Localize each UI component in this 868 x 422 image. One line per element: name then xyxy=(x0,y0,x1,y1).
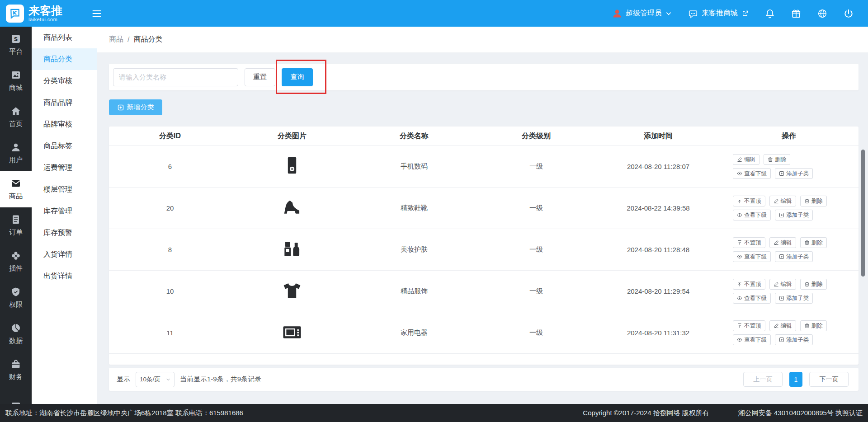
add-child-button[interactable]: 添加子类 xyxy=(775,168,813,179)
user-role-label: 超级管理员 xyxy=(626,9,662,18)
pagination-summary: 当前显示1-9条，共9条记录 xyxy=(180,375,261,384)
sidebar-item-home[interactable]: 首页 xyxy=(0,99,32,135)
sidebar-item-finance[interactable]: 财务 xyxy=(0,352,32,388)
sidebar-item-platform[interactable]: 平台 xyxy=(0,27,32,63)
view-children-button[interactable]: 查看下级 xyxy=(733,251,771,262)
add-child-button[interactable]: 添加子类 xyxy=(775,210,813,220)
page-1-button[interactable]: 1 xyxy=(789,372,802,387)
page-size-select[interactable]: 10条/页 xyxy=(136,372,175,387)
edit-button[interactable]: 编辑 xyxy=(769,237,796,248)
order-icon xyxy=(10,214,21,225)
submenu-item-floor[interactable]: 楼层管理 xyxy=(32,178,97,200)
sidebar-item-plugin[interactable]: 插件 xyxy=(0,244,32,280)
view-children-button[interactable]: 查看下级 xyxy=(733,334,771,345)
submenu-item-freight[interactable]: 运费管理 xyxy=(32,157,97,178)
goods-icon xyxy=(10,178,21,189)
row-id: 8 xyxy=(109,246,231,253)
sidebar-item-order[interactable]: 订单 xyxy=(0,207,32,244)
unpin-button[interactable]: 不置顶 xyxy=(733,237,765,248)
plus-square-icon xyxy=(779,337,784,342)
plus-square-icon xyxy=(779,254,784,259)
delete-button[interactable]: 删除 xyxy=(800,196,827,206)
unpin-button[interactable]: 不置顶 xyxy=(733,279,765,290)
sidebar-item-permission[interactable]: 权限 xyxy=(0,280,32,316)
plus-square-icon xyxy=(779,295,784,301)
eye-icon xyxy=(737,295,742,301)
table-row: 10 精品服饰 一级 2024-08-20 11:29:54 不置顶 编辑 删除 xyxy=(109,271,859,312)
view-children-button[interactable]: 查看下级 xyxy=(733,210,771,220)
row-name: 家用电器 xyxy=(353,328,475,337)
trash-icon xyxy=(804,281,810,287)
submenu-item-inbound[interactable]: 入货详情 xyxy=(32,244,97,265)
breadcrumb-current: 商品分类 xyxy=(133,35,162,44)
high-heel-icon xyxy=(282,197,302,218)
mall-link-label: 来客推商城 xyxy=(702,9,738,18)
edit-button[interactable]: 编辑 xyxy=(769,279,796,290)
add-child-button[interactable]: 添加子类 xyxy=(775,251,813,262)
platform-icon xyxy=(10,33,21,44)
row-name: 美妆护肤 xyxy=(353,245,475,254)
gift-icon[interactable] xyxy=(791,9,801,19)
logo[interactable]: 来客推 laiketui.com xyxy=(0,5,86,23)
sidebar-item-more[interactable] xyxy=(0,388,32,404)
row-time: 2024-08-20 11:31:32 xyxy=(597,329,719,337)
power-icon[interactable] xyxy=(844,9,854,19)
delete-button[interactable]: 删除 xyxy=(800,320,827,331)
sidebar-item-data[interactable]: 数据 xyxy=(0,316,32,352)
view-children-button[interactable]: 查看下级 xyxy=(733,168,771,179)
submenu-item-outbound[interactable]: 出货详情 xyxy=(32,265,97,287)
prev-page-button[interactable]: 上一页 xyxy=(743,372,783,387)
sidebar-item-mall[interactable]: 商城 xyxy=(0,63,32,99)
edit-button[interactable]: 编辑 xyxy=(733,154,760,165)
filter-bar: 重置 查询 xyxy=(109,64,859,90)
notification-bell-icon[interactable] xyxy=(765,9,775,19)
search-button[interactable]: 查询 xyxy=(282,68,313,86)
table-row: 11 家用电器 一级 2024-08-20 11:31:32 不置顶 编辑 删除 xyxy=(109,312,859,354)
submenu-item-goods-brand[interactable]: 商品品牌 xyxy=(32,92,97,113)
collapse-menu-icon[interactable] xyxy=(91,8,102,19)
scrollbar-thumb[interactable] xyxy=(861,150,865,277)
pin-top-icon xyxy=(737,240,742,245)
edit-button[interactable]: 编辑 xyxy=(769,320,796,331)
footer-contact: 联系地址：湖南省长沙市岳麓区绿地中央广场6栋2018室 联系电话：6159816… xyxy=(5,409,243,417)
row-id: 6 xyxy=(109,163,231,170)
unpin-button[interactable]: 不置顶 xyxy=(733,320,765,331)
row-level: 一级 xyxy=(475,204,597,212)
mall-link[interactable]: 来客推商城 xyxy=(688,9,749,19)
unpin-button[interactable]: 不置顶 xyxy=(733,196,765,206)
pie-chart-icon xyxy=(10,323,21,333)
submenu-item-stock-warning[interactable]: 库存预警 xyxy=(32,222,97,244)
delete-button[interactable]: 删除 xyxy=(764,154,790,165)
submenu-item-goods-tag[interactable]: 商品标签 xyxy=(32,135,97,157)
sidebar-item-goods[interactable]: 商品 xyxy=(0,171,32,207)
reset-button[interactable]: 重置 xyxy=(245,68,275,86)
add-category-button[interactable]: 新增分类 xyxy=(109,99,162,115)
globe-icon[interactable] xyxy=(817,9,827,19)
eye-icon xyxy=(737,171,742,176)
category-table: 分类ID 分类图片 分类名称 分类级别 添加时间 操作 6 手机数码 一级 20… xyxy=(109,127,859,365)
edit-button[interactable]: 编辑 xyxy=(769,196,796,206)
trash-icon xyxy=(768,157,773,162)
row-level: 一级 xyxy=(475,162,597,171)
delete-button[interactable]: 删除 xyxy=(800,279,827,290)
submenu-item-brand-audit[interactable]: 品牌审核 xyxy=(32,113,97,135)
user-menu[interactable]: 超级管理员 xyxy=(612,9,672,19)
submenu-item-goods-list[interactable]: 商品列表 xyxy=(32,27,97,48)
eye-icon xyxy=(737,212,742,218)
trash-icon xyxy=(804,240,810,245)
breadcrumb-section[interactable]: 商品 xyxy=(109,35,123,44)
sidebar-item-user[interactable]: 用户 xyxy=(0,135,32,171)
submenu-item-goods-category[interactable]: 商品分类 xyxy=(32,48,97,70)
submenu-item-stock[interactable]: 库存管理 xyxy=(32,200,97,222)
add-child-button[interactable]: 添加子类 xyxy=(775,334,813,345)
submenu-item-category-audit[interactable]: 分类审核 xyxy=(32,70,97,92)
add-child-button[interactable]: 添加子类 xyxy=(775,293,813,304)
edit-icon xyxy=(774,281,779,287)
category-name-input[interactable] xyxy=(113,68,238,86)
next-page-button[interactable]: 下一页 xyxy=(809,372,849,387)
delete-button[interactable]: 删除 xyxy=(800,237,827,248)
row-time: 2024-08-20 11:28:07 xyxy=(597,163,719,170)
logo-subtitle: laiketui.com xyxy=(28,17,62,22)
view-children-button[interactable]: 查看下级 xyxy=(733,293,771,304)
pin-top-icon xyxy=(737,281,742,287)
